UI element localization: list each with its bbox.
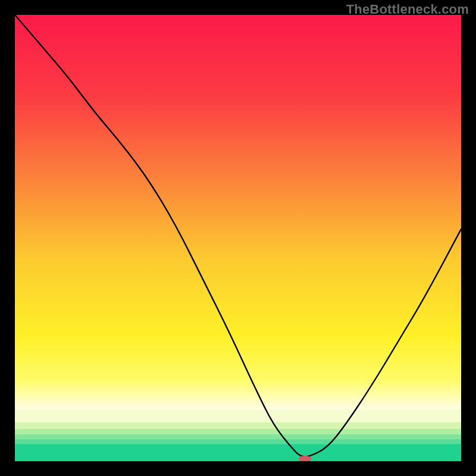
chart-svg [15, 15, 461, 461]
background-layer [15, 15, 461, 461]
plot-area [15, 15, 461, 461]
svg-rect-2 [15, 422, 461, 430]
svg-rect-5 [15, 439, 461, 444]
chart-frame: TheBottleneck.com [0, 0, 476, 476]
svg-rect-3 [15, 429, 461, 435]
svg-rect-6 [15, 444, 461, 462]
svg-rect-4 [15, 434, 461, 440]
svg-rect-0 [15, 15, 461, 461]
svg-rect-1 [15, 410, 461, 423]
